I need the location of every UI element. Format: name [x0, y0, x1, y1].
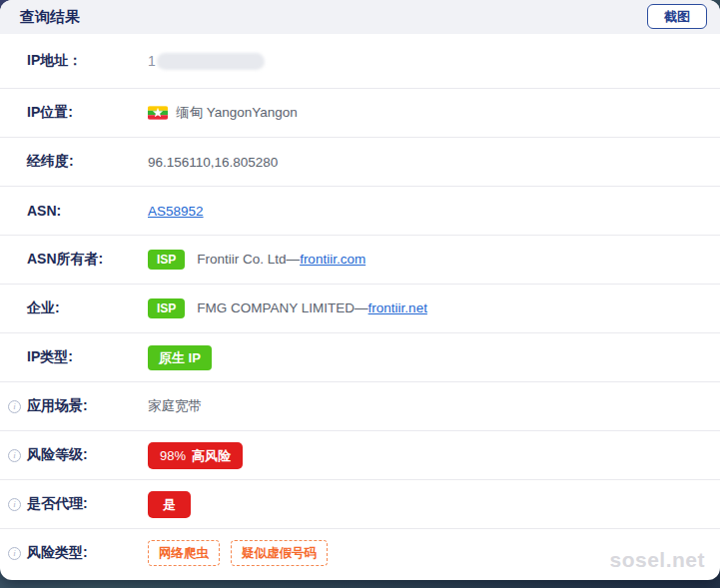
row-label: 应用场景: [27, 397, 148, 415]
native-ip-badge: 原生 IP [148, 345, 212, 370]
row-proxy: i 是否代理: 是 [0, 479, 720, 528]
row-company: 企业: ISP FMG COMPANY LIMITED—frontiir.net [0, 284, 720, 332]
ip-blurred-value [157, 53, 265, 70]
myanmar-flag-icon [148, 106, 168, 120]
row-usage-scenario: i 应用场景: 家庭宽带 [0, 381, 720, 430]
row-label: 经纬度: [27, 153, 148, 171]
row-label: 风险等级: [27, 446, 148, 464]
row-label: IP类型: [27, 348, 148, 366]
isp-badge: ISP [148, 250, 185, 270]
asn-owner-domain-link[interactable]: frontiir.com [300, 252, 365, 267]
asn-owner-name: Frontiir Co. Ltd— [197, 252, 300, 267]
row-label: 风险类型: [27, 544, 148, 562]
risk-tag: 网络爬虫 [148, 540, 220, 567]
row-label: IP位置: [27, 104, 148, 122]
ip-visible-prefix: 1 [148, 53, 156, 69]
ip-value: 1 [148, 53, 265, 70]
isp-badge: ISP [148, 298, 185, 318]
coordinates-value: 96.156110,16.805280 [148, 155, 278, 170]
row-risk-level: i 风险等级: 98% 高风险 [0, 430, 720, 479]
row-asn-owner: ASN所有者: ISP Frontiir Co. Ltd—frontiir.co… [0, 235, 720, 284]
location-text: 缅甸 YangonYangon [176, 104, 298, 122]
risk-tag: 疑似虚假号码 [231, 540, 328, 567]
screenshot-button[interactable]: 截图 [647, 4, 707, 29]
row-ip-type: IP类型: 原生 IP [0, 332, 720, 381]
row-label: 企业: [27, 299, 148, 317]
company-domain-link[interactable]: frontiir.net [368, 300, 427, 315]
row-label: ASN所有者: [27, 251, 148, 269]
company-name: FMG COMPANY LIMITED— [197, 300, 367, 315]
info-icon[interactable]: i [8, 547, 21, 560]
risk-score: 98% [160, 449, 186, 462]
row-label: ASN: [27, 203, 148, 219]
risk-level-text: 高风险 [192, 449, 231, 462]
row-ip-address: IP地址： 1 [0, 34, 720, 88]
proxy-badge: 是 [148, 491, 191, 518]
row-coordinates: 经纬度: 96.156110,16.805280 [0, 137, 720, 186]
page-title: 查询结果 [20, 8, 80, 27]
info-icon[interactable]: i [8, 400, 21, 413]
location-value: 缅甸 YangonYangon [148, 104, 298, 122]
card-header: 查询结果 截图 [0, 0, 720, 34]
info-icon[interactable]: i [8, 449, 21, 462]
asn-link[interactable]: AS58952 [148, 204, 204, 219]
risk-level-badge: 98% 高风险 [148, 442, 243, 469]
query-result-card: 查询结果 截图 IP地址： 1 IP位置: 缅甸 YangonYangon 经纬… [0, 0, 720, 580]
watermark: sosel.net [609, 548, 705, 572]
row-label: 是否代理: [27, 495, 148, 513]
usage-value: 家庭宽带 [148, 397, 202, 415]
row-label: IP地址： [27, 52, 148, 70]
row-asn: ASN: AS58952 [0, 186, 720, 235]
info-icon[interactable]: i [8, 498, 21, 511]
row-ip-location: IP位置: 缅甸 YangonYangon [0, 88, 720, 137]
